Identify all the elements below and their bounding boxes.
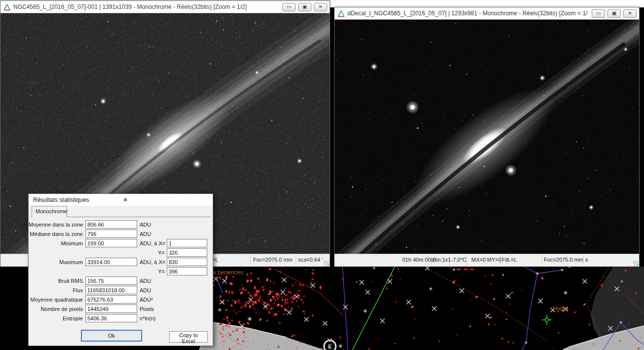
stat-row: MinimumADU, à X= bbox=[29, 238, 213, 248]
stats-dialog-titlebar[interactable]: Résultats statistiques ✕ bbox=[29, 194, 213, 206]
copy-to-excel-button[interactable]: Copy to Excel bbox=[169, 331, 208, 343]
stat-y-label: Y= bbox=[137, 269, 167, 274]
minimize-button[interactable]: ▭ bbox=[592, 9, 605, 18]
right-window-statusbar: 01h 40m 00sBin:1x1-7.0°CMX=0 MY=0Filt.=L… bbox=[335, 254, 639, 267]
stat-unit: ADU, à X= bbox=[137, 259, 167, 265]
stat-row: Bruit RMSADU bbox=[29, 276, 213, 285]
stat-value-input[interactable] bbox=[85, 230, 137, 238]
status-focal-length: Foc=2075.0 mm bbox=[253, 257, 293, 263]
stat-value-input[interactable] bbox=[85, 314, 137, 322]
restore-button[interactable]: ▣ bbox=[607, 9, 621, 18]
stat-label: Moyenne dans la zone bbox=[29, 222, 85, 228]
status-mount-xy: MX=0 MY=0 bbox=[471, 257, 501, 263]
stat-unit: ADU, à X= bbox=[137, 240, 167, 246]
stat-value-input[interactable] bbox=[85, 258, 137, 266]
galaxy-image-ddecal[interactable] bbox=[335, 20, 639, 254]
stat-label: Nombre de pixels bbox=[29, 306, 85, 312]
east-cardinal-marker: E bbox=[323, 340, 337, 350]
tab-monochrome[interactable]: Monochrome bbox=[32, 206, 67, 217]
stat-label: Minimum bbox=[29, 240, 85, 246]
right-window-titlebar[interactable]: dDecal_t_NGC4565_L_[2016_05_07] | 1293x9… bbox=[335, 7, 639, 20]
ok-button[interactable]: Ok bbox=[81, 330, 142, 342]
dialog-close-icon[interactable]: ✕ bbox=[123, 196, 208, 203]
status-exposure-time: 01h 40m 00s bbox=[402, 257, 434, 263]
right-window-title: dDecal_t_NGC4565_L_[2016_05_07] | 1293x9… bbox=[347, 10, 588, 17]
stat-unit: ADU bbox=[137, 287, 167, 293]
status-scale: sca=0.64 ' bbox=[298, 257, 323, 263]
stat-y-label: Y= bbox=[137, 250, 167, 256]
stat-y-input[interactable] bbox=[167, 248, 207, 257]
image-window-ddecal: dDecal_t_NGC4565_L_[2016_05_07] | 1293x9… bbox=[334, 7, 640, 267]
stat-row-y: Y= bbox=[29, 248, 213, 257]
stat-x-input[interactable] bbox=[167, 258, 207, 266]
stats-dialog: Résultats statistiques ✕ Monochrome Moye… bbox=[28, 194, 213, 346]
stat-row: Moyenne dans la zoneADU bbox=[29, 220, 213, 229]
stat-value-input[interactable] bbox=[85, 295, 137, 304]
prism-app-icon bbox=[338, 10, 345, 17]
stat-y-input[interactable] bbox=[167, 267, 207, 275]
left-window-titlebar[interactable]: NGC4565_L_[2016_05_07]-001 | 1391x1039 -… bbox=[0, 1, 330, 13]
stat-value-input[interactable] bbox=[85, 239, 137, 247]
stat-unit: ADU bbox=[137, 278, 167, 284]
stat-row: Nombre de pixelsPixels bbox=[29, 304, 213, 313]
status-separator bbox=[583, 256, 584, 265]
constellation-label-hydra: Hydra bbox=[553, 305, 568, 312]
close-button[interactable]: ✕ bbox=[314, 3, 327, 11]
prism-app-icon bbox=[3, 3, 11, 11]
target-crosshair-icon bbox=[542, 315, 552, 325]
status-separator bbox=[250, 256, 251, 265]
stat-unit: ADU² bbox=[137, 297, 167, 303]
minimize-button[interactable]: ▭ bbox=[282, 3, 296, 11]
stat-row: FluxADU bbox=[29, 285, 213, 295]
stat-row: Médiane dans la zoneADU bbox=[29, 229, 213, 238]
right-image-area bbox=[335, 20, 639, 254]
status-filter: Filt.=L bbox=[502, 257, 517, 263]
stat-row: Moyenne quadratiqueADU² bbox=[29, 295, 213, 304]
application-screen: a benerices Hydra E NGC4565_L_[2016_05_0… bbox=[0, 0, 644, 350]
stat-row: Entropien*ln(n) bbox=[29, 313, 213, 323]
stats-dialog-tabstrip: Monochrome bbox=[29, 206, 213, 217]
stat-label: Moyenne quadratique bbox=[29, 297, 85, 303]
stat-unit: n*ln(n) bbox=[137, 315, 167, 321]
resize-grip-icon[interactable] bbox=[324, 261, 329, 266]
stat-value-input[interactable] bbox=[85, 286, 137, 294]
resize-grip-icon[interactable] bbox=[633, 261, 639, 266]
stat-value-input[interactable] bbox=[85, 220, 137, 229]
stat-value-input[interactable] bbox=[85, 276, 137, 285]
close-button[interactable]: ✕ bbox=[623, 9, 637, 18]
restore-button[interactable]: ▣ bbox=[298, 3, 311, 11]
status-focal-length: Foc=2075.0 mm bbox=[544, 257, 583, 263]
stat-unit: Pixels bbox=[137, 306, 167, 312]
stat-label: Flux bbox=[29, 287, 85, 293]
constellation-label-coma-berenices: a benerices bbox=[213, 269, 243, 276]
stat-label: Entropie bbox=[29, 315, 85, 321]
stat-row: MaximumADU, à X= bbox=[29, 257, 213, 267]
status-temperature: -7.0°C bbox=[451, 257, 466, 263]
status-separator bbox=[541, 256, 542, 265]
stat-label: Médiane dans la zone bbox=[29, 231, 85, 237]
stat-value-input[interactable] bbox=[85, 305, 137, 313]
stats-dialog-title: Résultats statistiques bbox=[33, 196, 118, 203]
stat-label: Maximum bbox=[29, 259, 85, 265]
stat-row-y: Y= bbox=[29, 267, 213, 276]
status-scale-cut: s bbox=[585, 257, 588, 263]
status-separator bbox=[296, 256, 296, 265]
stat-unit: ADU bbox=[137, 231, 167, 237]
stats-fields: Moyenne dans la zoneADUMédiane dans la z… bbox=[29, 220, 213, 323]
stat-label: Bruit RMS bbox=[29, 278, 85, 284]
stat-x-input[interactable] bbox=[167, 239, 207, 247]
status-binning: Bin:1x1 bbox=[433, 257, 451, 263]
stat-unit: ADU bbox=[137, 222, 167, 228]
left-window-title: NGC4565_L_[2016_05_07]-001 | 1391x1039 -… bbox=[13, 3, 278, 10]
